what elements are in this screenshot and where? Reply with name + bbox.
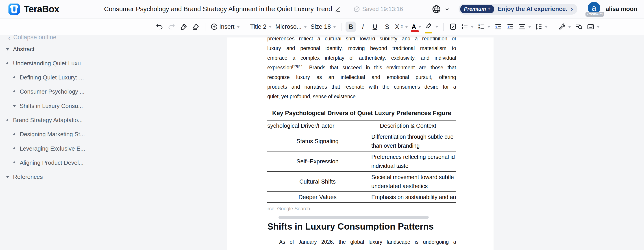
tools-button[interactable] (557, 22, 572, 32)
outline-item[interactable]: Leveraging Exclusive E... (12, 144, 85, 153)
table-row[interactable]: Deeper ValuesEmphasis on sustainability … (267, 192, 456, 203)
section-heading[interactable]: Shifts in Luxury Consumption Patterns (267, 221, 456, 231)
figure-table-viewport[interactable]: Psychological Driver/FactorDescription &… (267, 120, 456, 213)
collapse-outline-button[interactable]: ‹ Collapse outline (8, 34, 56, 41)
bold-button[interactable]: B (346, 22, 356, 32)
chevron-down-icon (445, 7, 450, 12)
subscript-glyph: X (395, 23, 399, 31)
text-line[interactable]: products and narratives that resonate wi… (267, 82, 456, 92)
description-cell[interactable]: Differentiation through subtle cuethan o… (368, 131, 456, 151)
table-row[interactable]: Cultural ShiftsSocietal movement toward … (267, 172, 456, 192)
avatar-premium-badge: Premium (586, 12, 604, 17)
bold-glyph: B (348, 23, 353, 31)
underline-button[interactable]: U (370, 22, 380, 32)
description-cell[interactable]: Preferences reflecting personal idindivi… (368, 151, 456, 171)
paragraph[interactable]: preferences reflect a cultural shift tow… (267, 38, 456, 101)
text-line[interactable]: embrace a complex interplay of authentic… (267, 53, 456, 63)
outline-item[interactable]: Designing Marketing St... (12, 130, 85, 139)
premium-ai-banner[interactable]: Premium + Enjoy the AI experience. › (458, 4, 578, 15)
outline-item-label: References (13, 173, 43, 180)
description-cell[interactable]: Societal movement toward subtleunderstat… (368, 172, 456, 191)
drivers-table[interactable]: Psychological Driver/FactorDescription &… (267, 120, 456, 203)
outdent-button[interactable] (493, 22, 504, 32)
collapsed-marker-icon[interactable] (13, 147, 16, 150)
outline-item[interactable]: Consumer Psychology ... (12, 87, 84, 96)
checklist-button[interactable] (448, 22, 458, 32)
document-title[interactable]: Consumer Psychology and Brand Strategy A… (104, 6, 332, 13)
keyboard-button[interactable] (586, 22, 601, 32)
text-line[interactable]: recognize luxury as an intellectual and … (267, 73, 456, 82)
paragraph-style-dropdown[interactable]: Title 2 (249, 22, 273, 32)
outline-item[interactable]: Brand Strategy Adaptatio... (6, 116, 83, 125)
eraser-button[interactable] (190, 22, 201, 32)
terabox-logo[interactable]: TeraBox (8, 3, 59, 16)
find-replace-button[interactable] (574, 22, 584, 32)
collapsed-marker-icon[interactable] (6, 62, 9, 65)
text-line[interactable]: luxury and personal identity, moving bey… (267, 44, 456, 53)
outline-item[interactable]: Abstract (6, 45, 34, 54)
user-avatar[interactable]: a Premium (586, 2, 602, 17)
text-line[interactable]: preferences reflect a cultural shift tow… (267, 38, 456, 44)
strikethrough-glyph: S (385, 23, 389, 31)
outline-item[interactable]: Defining Quiet Luxury: ... (12, 73, 84, 82)
format-painter-button[interactable] (178, 22, 189, 32)
language-selector[interactable] (432, 5, 450, 14)
collapsed-marker-icon[interactable] (13, 76, 16, 79)
expanded-marker-icon[interactable] (12, 105, 16, 107)
outline-item-label: Defining Quiet Luxury: ... (20, 74, 84, 81)
table-horizontal-scrollbar[interactable] (278, 216, 429, 219)
bullet-list-button[interactable] (460, 22, 475, 32)
line-spacing-button[interactable] (534, 22, 549, 32)
figure-title[interactable]: Key Psychological Drivers of Quiet Luxur… (267, 110, 456, 117)
subscript-button[interactable]: X2 (394, 22, 409, 32)
italic-button[interactable]: I (358, 22, 368, 32)
outline-item[interactable]: Aligning Product Devel... (12, 158, 84, 167)
strikethrough-button[interactable]: S (382, 22, 392, 32)
align-button[interactable] (517, 22, 532, 32)
description-cell[interactable]: Emphasis on sustainability and au (368, 192, 456, 202)
outline-item[interactable]: Shifts in Luxury Consu... (12, 101, 83, 110)
collapsed-marker-icon[interactable] (13, 161, 16, 164)
expanded-marker-icon[interactable] (6, 176, 10, 178)
description-cell[interactable]: Description & Context (368, 121, 456, 131)
driver-cell[interactable]: Psychological Driver/Factor (267, 121, 368, 131)
expanded-marker-icon[interactable] (6, 48, 10, 51)
saved-status: Saved 19:13:16 (362, 6, 403, 13)
table-row[interactable]: Self–ExpressionPreferences reflecting pe… (267, 151, 456, 172)
text-line[interactable]: As of January 2026, the global luxury la… (267, 237, 456, 247)
driver-cell[interactable]: Self–Expression (267, 151, 368, 171)
table-row[interactable]: Status SignalingDifferentiation through … (267, 131, 456, 151)
outline-item[interactable]: References (6, 173, 43, 181)
text-line[interactable]: expression[13][14]. Brands that succeed … (267, 63, 456, 73)
rename-pencil-icon[interactable] (334, 6, 341, 13)
premium-plus-badge: Premium + (460, 5, 494, 13)
chevron-down-icon (597, 26, 600, 28)
top-bar: TeraBox Consumer Psychology and Brand St… (0, 0, 644, 19)
insert-button[interactable]: Insert (210, 22, 241, 32)
document-page[interactable]: preferences reflect a cultural shift tow… (227, 38, 494, 250)
indent-button[interactable] (505, 22, 516, 32)
toolbar-divider (341, 23, 342, 31)
collapsed-marker-icon[interactable] (6, 119, 9, 122)
driver-cell[interactable]: Deeper Values (267, 192, 368, 202)
font-label: Microso... (275, 23, 302, 30)
driver-cell[interactable]: Cultural Shifts (267, 172, 368, 191)
text-line[interactable]: quiet, yet profound, sense of existence. (267, 92, 456, 101)
undo-button[interactable] (154, 22, 164, 32)
collapsed-marker-icon[interactable] (13, 133, 16, 136)
paragraph[interactable]: As of January 2026, the global luxury la… (267, 237, 456, 247)
numbered-list-button[interactable]: 12 (476, 22, 491, 32)
outline-item[interactable]: Understanding Quiet Luxu... (6, 59, 86, 68)
outline-item-label: Consumer Psychology ... (20, 88, 84, 95)
font-family-dropdown[interactable]: Microso... (274, 22, 308, 32)
italic-glyph: I (362, 23, 364, 31)
collapsed-marker-icon[interactable] (13, 90, 16, 93)
driver-cell[interactable]: Status Signaling (267, 131, 368, 151)
font-color-icon: A (412, 24, 416, 30)
highlight-color-button[interactable] (424, 22, 439, 32)
collapse-outline-label: Collapse outline (13, 34, 56, 41)
font-size-dropdown[interactable]: Size 18 (310, 22, 337, 32)
redo-button[interactable] (166, 22, 177, 32)
table-header-row[interactable]: Psychological Driver/FactorDescription &… (267, 121, 456, 131)
font-color-button[interactable]: A (411, 22, 422, 32)
